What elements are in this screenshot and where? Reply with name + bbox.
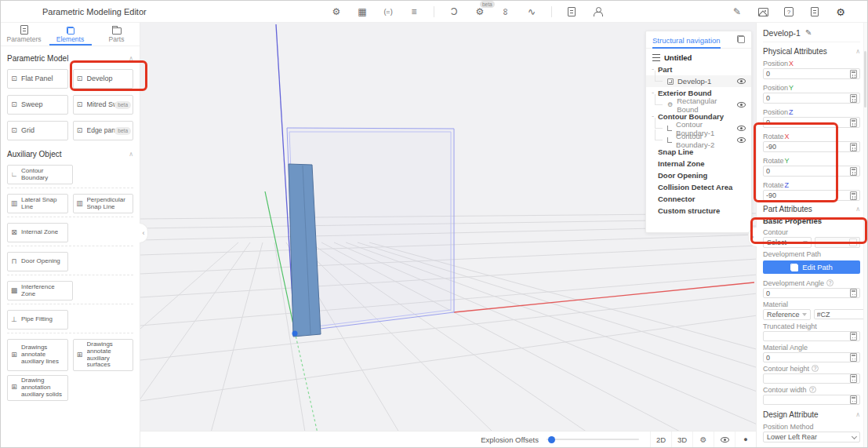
image-icon[interactable] — [757, 5, 769, 18]
element-button-mitred-sweep[interactable]: ⊡ Mitred Sweep beta — [73, 95, 134, 115]
aux-button-drawing-annotation-solids[interactable]: ⊞ Drawing annotation auxiliary solids — [7, 375, 68, 400]
physical-attributes-header[interactable]: Physical Attributes ∧ — [763, 47, 860, 56]
calculator-icon[interactable] — [850, 143, 857, 151]
aux-button-interference-zone[interactable]: ▩ Interference Zone — [7, 281, 73, 300]
element-button-develop[interactable]: ⊡ Develop — [73, 69, 134, 89]
dimension-icon[interactable]: (=) — [382, 5, 394, 18]
calculator-icon[interactable] — [850, 191, 857, 200]
gear-sync-icon[interactable]: ⚙ — [330, 5, 343, 18]
mode-3d-button[interactable]: 3D — [671, 432, 692, 448]
position-y-input[interactable] — [766, 94, 850, 102]
development-angle-input[interactable] — [766, 290, 850, 297]
element-button-grid[interactable]: ⊡ Grid — [7, 121, 68, 140]
edit-path-button[interactable]: Edit Path — [763, 260, 860, 274]
inspector-collapse-handle[interactable]: › — [748, 227, 757, 247]
section-header-auxiliary-object[interactable]: Auxiliary Object ∧ — [7, 150, 133, 158]
expand-icon[interactable] — [737, 35, 745, 45]
visibility-eye-icon[interactable] — [714, 432, 735, 448]
structural-navigation-title[interactable]: Structural navigation — [652, 31, 721, 49]
visibility-eye-icon[interactable] — [737, 102, 746, 107]
tab-parameters[interactable]: Parameters — [1, 23, 47, 46]
aux-button-drawings-annotate-lines[interactable]: ⊞ Drawings annotate auxiliary lines — [7, 339, 68, 371]
material-select[interactable]: Reference — [763, 309, 811, 320]
contour-select[interactable]: Select — [763, 237, 812, 248]
element-button-sweep[interactable]: ⊡ Sweep — [7, 95, 68, 115]
visibility-eye-icon[interactable] — [737, 126, 746, 131]
mode-2d-button[interactable]: 2D — [650, 432, 671, 448]
inspector-scrollbar-thumb[interactable] — [864, 51, 866, 107]
calculator-icon[interactable] — [850, 289, 857, 297]
info-icon[interactable]: ? — [809, 386, 816, 393]
calculator-icon[interactable] — [850, 70, 857, 78]
visibility-eye-icon[interactable] — [737, 78, 746, 84]
tree-item-develop-1[interactable]: Develop-1 — [646, 75, 751, 87]
document-icon[interactable] — [808, 5, 821, 18]
aux-button-drawings-annotate-surfaces[interactable]: ⊞ Drawings annotate auxiliary surfaces — [73, 339, 134, 371]
tree-item-door-opening[interactable]: Door Opening — [646, 169, 751, 181]
gear-beta-icon[interactable]: ⚙ beta — [474, 5, 486, 18]
section-header-parametric-model[interactable]: Parametric Model ∧ — [7, 54, 133, 63]
position-x-input[interactable] — [766, 70, 850, 78]
polyline-icon[interactable]: ∿ — [525, 5, 538, 18]
material-angle-input[interactable] — [766, 354, 850, 362]
visibility-eye-icon[interactable] — [737, 137, 746, 143]
inspector-scrollbar-track[interactable] — [863, 23, 867, 447]
link-icon[interactable]: ∞ — [499, 5, 512, 18]
help-icon[interactable]: ? — [783, 5, 795, 18]
position-z-input[interactable] — [766, 118, 850, 126]
info-icon[interactable]: ? — [826, 279, 833, 286]
contour-ref-input[interactable]: − — [815, 237, 860, 248]
tree-item-collision-detect-area[interactable]: Collision Detect Area — [646, 181, 751, 193]
picker-icon[interactable]: − — [849, 239, 857, 246]
calculator-icon[interactable] — [850, 94, 857, 103]
explosion-offsets-slider[interactable] — [547, 439, 639, 440]
tree-item-custom-structure[interactable]: Custom structure — [646, 205, 751, 217]
calculator-icon[interactable] — [850, 374, 857, 383]
tab-elements[interactable]: Elements — [47, 23, 93, 46]
tab-parts[interactable]: Parts — [93, 23, 140, 46]
material-code-input[interactable] — [817, 311, 868, 319]
tree-item-untitled[interactable]: Untitled — [646, 52, 751, 64]
calculator-icon[interactable] — [850, 332, 857, 341]
slider-thumb[interactable] — [548, 436, 555, 443]
contour-width-input[interactable] — [766, 396, 850, 404]
design-attribute-header[interactable]: Design Attribute ∧ — [763, 410, 860, 419]
pencil-icon[interactable]: ✎ — [731, 5, 743, 18]
truncated-height-input[interactable] — [766, 333, 850, 341]
rotate-x-input[interactable] — [766, 143, 850, 151]
aux-button-contour-boundary[interactable]: ∟ Contour Boundary — [7, 165, 73, 184]
position-method-select[interactable]: Lower Left Rear — [763, 432, 860, 443]
rename-pencil-icon[interactable]: ✎ — [805, 28, 812, 37]
calculator-icon[interactable] — [850, 118, 857, 127]
aux-button-door-opening[interactable]: ⊓ Door Opening — [7, 252, 68, 271]
tree-item-contour-boundary-2[interactable]: Contour Boundary-2 — [646, 134, 751, 146]
arc-icon[interactable]: Ɔ — [448, 5, 460, 18]
aux-button-internal-zone[interactable]: ⊠ Internal Zone — [7, 223, 68, 242]
calculator-icon[interactable] — [850, 167, 857, 176]
element-button-edge-panel[interactable]: ⊡ Edge panel beta — [73, 121, 134, 140]
export-file-icon[interactable] — [565, 5, 578, 18]
settings-gear-icon[interactable]: ⚙ — [834, 5, 847, 18]
user-icon[interactable] — [591, 5, 604, 18]
element-button-flat-panel[interactable]: ⊡ Flat Panel — [7, 69, 68, 89]
tree-item-snap-line[interactable]: Snap Line — [646, 146, 751, 158]
rotate-z-input[interactable] — [766, 191, 850, 199]
aux-button-lateral-snap-line[interactable]: ▥ Lateral Snap Line — [7, 194, 68, 213]
info-icon[interactable]: ? — [812, 365, 819, 372]
view-settings-gear-icon[interactable]: ⚙ — [692, 432, 714, 448]
calculator-icon[interactable] — [850, 353, 857, 362]
contour-height-input[interactable] — [766, 375, 850, 383]
calculator-icon[interactable] — [850, 395, 857, 404]
tree-item-rectangular-bound[interactable]: ⚙ Rectangular Bound — [646, 99, 751, 111]
list-settings-icon[interactable]: ≡ — [408, 5, 420, 18]
viewport-3d[interactable]: Structural navigation Untitled Part Deve… — [140, 23, 756, 447]
part-attributes-header[interactable]: Part Attributes ∧ — [763, 205, 860, 213]
tree-item-internal-zone[interactable]: Internal Zone — [646, 158, 751, 169]
aux-button-perpendicular-snap-line[interactable]: ▥ Perpendicular Snap Line — [73, 194, 134, 213]
origin-point[interactable] — [292, 331, 298, 337]
aux-button-pipe-fitting[interactable]: ⊥ Pipe Fitting — [7, 310, 68, 330]
tree-item-connector[interactable]: Connector — [646, 193, 751, 205]
shading-circle-icon[interactable]: ● — [735, 432, 756, 448]
table-icon[interactable]: ▦ — [356, 5, 369, 18]
rotate-y-input[interactable] — [766, 167, 850, 175]
